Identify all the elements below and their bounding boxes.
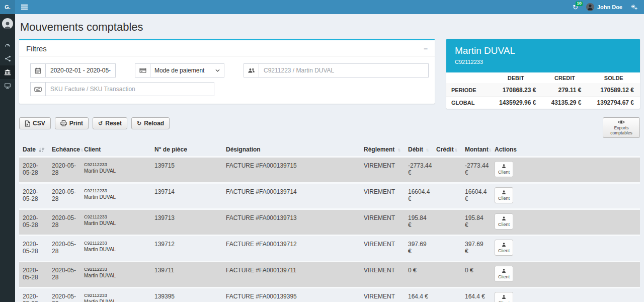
col-credit[interactable]: Crédit↑↓: [433, 142, 461, 157]
print-button[interactable]: Print: [55, 117, 89, 129]
notification-badge: 10: [576, 2, 583, 6]
sort-icon: ↑↓: [454, 147, 458, 153]
cell-date: 2020-05-28: [19, 209, 48, 236]
cell-piece: 139712: [151, 236, 222, 262]
cell-credit: [433, 288, 461, 302]
settings-button[interactable]: [630, 4, 638, 11]
cell-piece: 139715: [151, 157, 222, 183]
top-navbar: G. ↻ 10 John Doe: [0, 0, 644, 14]
cell-actions: Client: [491, 236, 640, 262]
page-title: Mouvements comptables: [20, 21, 640, 34]
sidebar-avatar[interactable]: [2, 18, 13, 29]
sidebar-item-network[interactable]: [0, 52, 15, 65]
user-menu[interactable]: John Doe: [586, 3, 622, 11]
cell-credit: [433, 262, 461, 288]
summary-global-credit: 43135.29 €: [542, 97, 587, 109]
sidebar-item-desktop[interactable]: [0, 79, 15, 93]
reload-button[interactable]: ↻ Reload: [131, 117, 170, 129]
col-piece[interactable]: N° de pièce: [151, 142, 222, 157]
cell-credit: [433, 236, 461, 262]
refresh-menu-button[interactable]: ↻ 10: [573, 4, 578, 11]
col-date[interactable]: Date: [19, 142, 48, 157]
cell-piece: 139395: [151, 288, 222, 302]
sidebar-item-dashboard[interactable]: [0, 38, 15, 52]
client-action-button[interactable]: Client: [495, 161, 513, 177]
csv-button[interactable]: CSV: [19, 117, 51, 129]
client-action-button[interactable]: Client: [495, 292, 513, 302]
person-icon: [3, 20, 12, 29]
cell-echeance: 2020-05-28: [48, 157, 80, 183]
client-action-button[interactable]: Client: [495, 213, 513, 230]
col-echeance[interactable]: Echéance↑↓: [48, 142, 80, 157]
cell-debit: 164.4 €: [405, 288, 433, 302]
collapse-panel-button[interactable]: −: [424, 45, 428, 52]
summary-corner-cell: [446, 72, 490, 84]
filters-panel: Filtres − Mode: [19, 39, 435, 104]
undo-icon: ↺: [98, 121, 103, 126]
payment-mode-group: Mode de paiement: [135, 63, 224, 78]
cell-designation: FACTURE #FA000139712: [222, 236, 360, 262]
app-logo[interactable]: G.: [0, 0, 15, 14]
client-name: Martin DUVAL: [455, 45, 631, 56]
summary-global-solde: 1392794.67 €: [588, 97, 640, 109]
cell-echeance: 2020-05-28: [48, 262, 80, 288]
reset-button[interactable]: ↺ Reset: [93, 117, 127, 129]
cell-date: 2020-05-28: [19, 262, 48, 288]
cell-reglement: VIREMENT: [360, 183, 405, 209]
share-alt-icon: [5, 55, 11, 62]
cell-echeance: 2020-05-28: [48, 209, 80, 236]
payment-mode-select[interactable]: Mode de paiement: [150, 64, 224, 77]
cell-designation: FACTURE #FA000139395: [222, 288, 360, 302]
client-action-button[interactable]: Client: [495, 240, 513, 256]
summary-periode-solde: 170589.12 €: [588, 84, 640, 97]
col-actions: Actions: [491, 142, 640, 157]
gears-icon: [630, 4, 638, 11]
person-icon: [502, 242, 506, 247]
cell-montant: 16604.4 €: [461, 183, 491, 209]
date-range-group: [30, 63, 116, 78]
sort-icon: ↑↓: [489, 147, 492, 153]
person-icon: [587, 4, 594, 11]
cell-reglement: VIREMENT: [360, 288, 405, 302]
client-code: C92112233: [455, 59, 631, 65]
col-montant[interactable]: Montant↑↓: [461, 142, 491, 157]
table-toolbar: CSV Print ↺ Reset ↻ Reload Exports compt…: [19, 117, 640, 138]
person-icon: [502, 268, 506, 273]
sidebar-item-accounting[interactable]: [0, 65, 15, 79]
cell-designation: FACTURE #FA000139713: [222, 209, 360, 236]
file-csv-icon: [25, 120, 30, 127]
cell-reglement: VIREMENT: [360, 157, 405, 183]
desktop-icon: [4, 83, 11, 89]
user-avatar: [586, 3, 594, 11]
sort-icon: ↑↓: [397, 147, 401, 153]
client-search-input[interactable]: [259, 64, 428, 77]
summary-periode-debit: 170868.23 €: [490, 84, 542, 97]
col-debit[interactable]: Débit↑↓: [405, 142, 433, 157]
cell-client: C92112233Martin DUVAL: [80, 183, 151, 209]
client-search-group: [244, 63, 429, 78]
col-reglement[interactable]: Règlement↑↓: [360, 142, 405, 157]
cell-designation: FACTURE #FA000139714: [222, 183, 360, 209]
cell-piece: 139714: [151, 183, 222, 209]
sidebar-toggle-button[interactable]: [15, 0, 33, 14]
table-row: 2020-05-28 2020-05-28 C92112233Martin DU…: [19, 183, 640, 209]
date-range-input[interactable]: [46, 64, 115, 77]
cell-debit: 397.69 €: [405, 236, 433, 262]
cell-date: 2020-05-28: [19, 236, 48, 262]
summary-row-periode: PERIODE 170868.23 € 279.11 € 170589.12 €: [446, 84, 640, 97]
payment-mode-value: Mode de paiement: [154, 67, 204, 74]
client-action-button[interactable]: Client: [495, 187, 513, 203]
calendar-icon: [31, 64, 46, 77]
sku-search-input[interactable]: [46, 83, 214, 96]
col-designation[interactable]: Désignation: [222, 142, 360, 157]
client-action-button[interactable]: Client: [495, 266, 513, 282]
cell-debit: -2773.44 €: [405, 157, 433, 183]
cell-debit: 195.84 €: [405, 209, 433, 236]
exports-comptables-button[interactable]: Exports comptables: [603, 117, 640, 138]
cell-designation: FACTURE #FA000139715: [222, 157, 360, 183]
col-client[interactable]: Client: [80, 142, 151, 157]
cell-reglement: VIREMENT: [360, 209, 405, 236]
cell-actions: Client: [491, 183, 640, 209]
filters-title: Filtres: [26, 44, 47, 53]
exports-button-label: Exports comptables: [606, 125, 636, 135]
